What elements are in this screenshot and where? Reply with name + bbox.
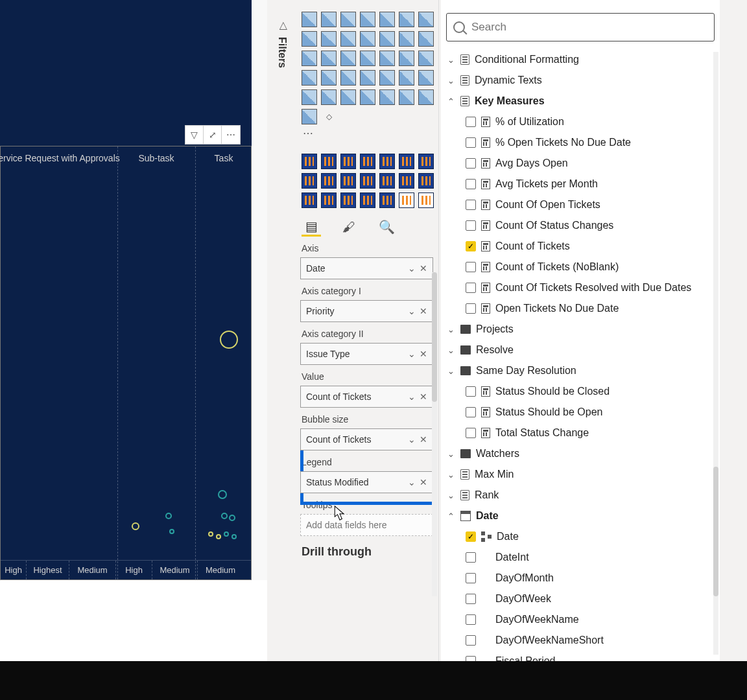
remove-icon[interactable]: ✕ <box>420 349 427 359</box>
field-checkbox[interactable] <box>466 552 476 563</box>
viz-key-influencers-icon[interactable] <box>340 89 356 105</box>
field-checkbox[interactable] <box>466 179 476 189</box>
data-point[interactable] <box>218 490 227 499</box>
field-date[interactable]: ✓Date <box>444 526 717 547</box>
chevron-up-icon[interactable]: ⌃ <box>446 97 455 106</box>
remove-icon[interactable]: ✕ <box>420 477 427 487</box>
field-count-open-tickets[interactable]: Count Of Open Tickets <box>444 194 717 215</box>
chevron-down-icon[interactable]: ⌄ <box>446 345 455 355</box>
viz-pane-scrollbar[interactable] <box>432 272 437 596</box>
report-canvas[interactable]: ▽ ⤢ ⋯ ervice Request with Approvals Sub-… <box>0 0 267 661</box>
data-point[interactable] <box>165 513 172 519</box>
chevron-down-icon[interactable]: ⌄ <box>408 306 416 316</box>
well-value-field[interactable]: Count of Tickets ⌄✕ <box>300 386 433 408</box>
viz-stacked-column-icon[interactable] <box>321 12 337 27</box>
chevron-down-icon[interactable]: ⌄ <box>446 366 455 376</box>
table-date[interactable]: ⌃Date <box>444 506 717 526</box>
field-status-closed[interactable]: Status Should be Closed <box>444 381 717 402</box>
viz-python-icon[interactable] <box>321 89 337 105</box>
viz-table-icon[interactable] <box>399 70 414 86</box>
more-options-icon[interactable]: ⋯ <box>222 126 240 144</box>
field-dayofweek[interactable]: DayOfWeek <box>444 589 717 609</box>
chevron-down-icon[interactable]: ⌄ <box>408 391 416 402</box>
chevron-up-icon[interactable]: ⌃ <box>446 511 455 521</box>
chevron-down-icon[interactable]: ⌄ <box>446 470 455 480</box>
viz-slicer-icon[interactable] <box>379 70 395 86</box>
field-dayofweeknameshort[interactable]: DayOfWeekNameShort <box>444 630 717 651</box>
custom-visual-icon[interactable] <box>379 154 395 169</box>
table-rank[interactable]: ⌄Rank <box>444 485 717 506</box>
custom-visual-icon[interactable] <box>360 173 375 189</box>
viz-powerapps-icon[interactable] <box>302 109 317 124</box>
field-checkbox[interactable] <box>466 158 476 169</box>
data-point[interactable] <box>221 513 228 519</box>
custom-visual-icon[interactable] <box>321 192 337 208</box>
viz-100-bar-icon[interactable] <box>379 12 395 27</box>
remove-icon[interactable]: ✕ <box>420 434 427 445</box>
fields-pane-scrollbar[interactable] <box>713 52 718 655</box>
chevron-down-icon[interactable]: ⌄ <box>408 434 416 445</box>
field-checkbox[interactable]: ✓ <box>466 531 476 542</box>
custom-visual-icon[interactable] <box>321 173 337 189</box>
field-dayofmonth[interactable]: DayOfMonth <box>444 568 717 589</box>
well-bubble-size[interactable]: Count of Tickets ⌄✕ <box>300 428 433 450</box>
field-pct-utilization[interactable]: % of Utilization <box>444 111 717 132</box>
fields-search-input[interactable] <box>471 21 707 34</box>
viz-donut-icon[interactable] <box>340 51 356 66</box>
viz-shape-map-icon[interactable] <box>418 51 434 66</box>
viz-more-icon[interactable]: ⋯ <box>295 124 438 142</box>
viz-arcgis-icon[interactable] <box>418 89 434 105</box>
field-open-no-due[interactable]: Open Tickets No Due Date <box>444 298 717 319</box>
viz-scatter-icon[interactable] <box>302 51 317 66</box>
well-axis[interactable]: Date ⌄✕ <box>300 257 433 279</box>
custom-visual-icon[interactable] <box>360 154 375 169</box>
well-axis-category2[interactable]: Issue Type ⌄✕ <box>300 343 433 365</box>
viz-card-icon[interactable] <box>321 70 337 86</box>
viz-line-stacked-icon[interactable] <box>340 31 356 47</box>
custom-visual-icon[interactable] <box>321 154 337 169</box>
field-total-status-change[interactable]: Total Status Change <box>444 423 717 443</box>
custom-visual-icon[interactable] <box>399 192 414 208</box>
table-resolve[interactable]: ⌄Resolve <box>444 340 717 360</box>
fields-tab-icon[interactable]: ▤ <box>302 217 321 237</box>
field-checkbox[interactable] <box>466 614 476 625</box>
viz-clustered-bar-icon[interactable] <box>340 12 356 27</box>
remove-icon[interactable]: ✕ <box>420 306 427 316</box>
custom-visual-icon[interactable] <box>399 154 414 169</box>
chevron-down-icon[interactable]: ⌄ <box>408 263 416 274</box>
expand-filters-icon[interactable]: ▷ <box>276 22 289 30</box>
table-key-measures[interactable]: ⌃Key Measures <box>444 91 717 111</box>
viz-pie-icon[interactable] <box>321 51 337 66</box>
data-point[interactable] <box>132 522 139 530</box>
format-tab-icon[interactable]: 🖌 <box>339 217 359 237</box>
field-count-status-changes[interactable]: Count Of Status Changes <box>444 215 717 236</box>
field-checkbox[interactable] <box>466 283 476 293</box>
viz-get-more-icon[interactable]: ◇ <box>321 109 337 124</box>
field-checkbox[interactable] <box>466 200 476 210</box>
remove-icon[interactable]: ✕ <box>420 263 427 274</box>
custom-visual-icon[interactable] <box>360 192 375 208</box>
dot-plot-visual[interactable]: ervice Request with Approvals Sub-task T… <box>0 146 252 580</box>
viz-stacked-bar-icon[interactable] <box>302 12 317 27</box>
data-point[interactable] <box>231 534 237 539</box>
well-axis-category1[interactable]: Priority ⌄✕ <box>300 300 433 322</box>
field-dateint[interactable]: DateInt <box>444 547 717 568</box>
data-point[interactable] <box>229 515 235 521</box>
custom-visual-icon[interactable] <box>399 173 414 189</box>
viz-decomposition-icon[interactable] <box>360 89 375 105</box>
viz-treemap-icon[interactable] <box>360 51 375 66</box>
field-status-open[interactable]: Status Should be Open <box>444 402 717 423</box>
viz-paginated-icon[interactable] <box>399 89 414 105</box>
custom-visual-icon[interactable] <box>379 192 395 208</box>
data-point[interactable] <box>208 531 213 537</box>
viz-area-icon[interactable] <box>302 31 317 47</box>
field-checkbox[interactable]: ✓ <box>466 241 476 251</box>
filters-pane-collapsed[interactable]: ▷ Filters <box>272 19 292 84</box>
field-pct-open-no-due[interactable]: % Open Tickets No Due Date <box>444 132 717 153</box>
viz-gauge-icon[interactable] <box>302 70 317 86</box>
viz-stacked-area-icon[interactable] <box>321 31 337 47</box>
analytics-tab-icon[interactable]: 🔍 <box>377 217 396 237</box>
chevron-down-icon[interactable]: ⌄ <box>408 477 416 487</box>
field-avg-days-open[interactable]: Avg Days Open <box>444 153 717 174</box>
custom-visual-icon[interactable] <box>340 154 356 169</box>
